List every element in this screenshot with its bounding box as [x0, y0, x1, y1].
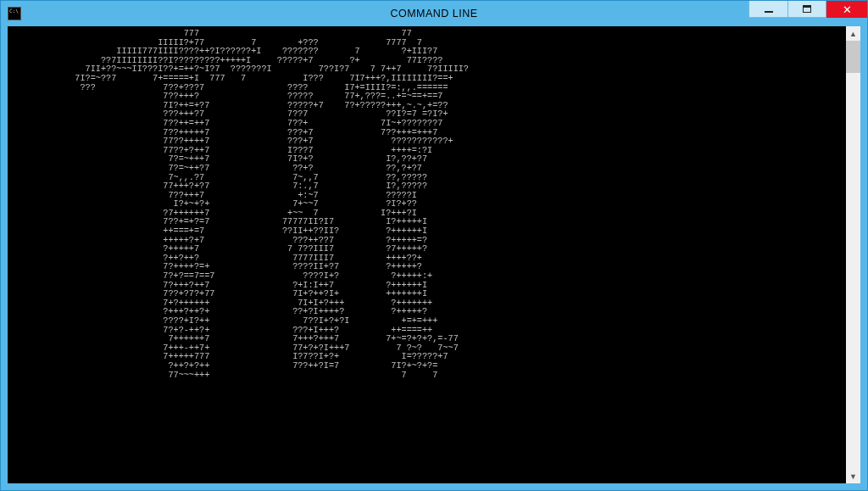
chevron-up-icon: ▲ [849, 30, 857, 38]
close-icon [843, 3, 852, 16]
scrollbar-thumb[interactable] [846, 41, 860, 73]
app-icon: C:\ [8, 7, 21, 20]
terminal-output[interactable]: 777 77 IIIII?+77 7 +??? 7777 7 IIIII777I… [8, 26, 846, 483]
minimize-button[interactable] [748, 1, 787, 18]
window-controls [748, 1, 867, 20]
window-title: COMMAND LINE [390, 8, 477, 20]
scroll-down-button[interactable]: ▼ [846, 469, 860, 483]
vertical-scrollbar[interactable]: ▲ ▼ [846, 26, 860, 483]
console-icon: C:\ [9, 8, 19, 14]
maximize-icon [803, 5, 811, 13]
maximize-button[interactable] [787, 1, 826, 18]
window-frame: C:\ COMMAND LINE 777 77 [0, 0, 868, 491]
chevron-down-icon: ▼ [849, 472, 857, 481]
client-area: 777 77 IIIII?+77 7 +??? 7777 7 IIIII777I… [8, 26, 860, 483]
close-button[interactable] [826, 1, 867, 18]
minimize-icon [765, 11, 773, 13]
scroll-up-button[interactable]: ▲ [846, 26, 860, 41]
scrollbar-track[interactable] [846, 41, 860, 469]
titlebar[interactable]: C:\ COMMAND LINE [1, 1, 867, 26]
